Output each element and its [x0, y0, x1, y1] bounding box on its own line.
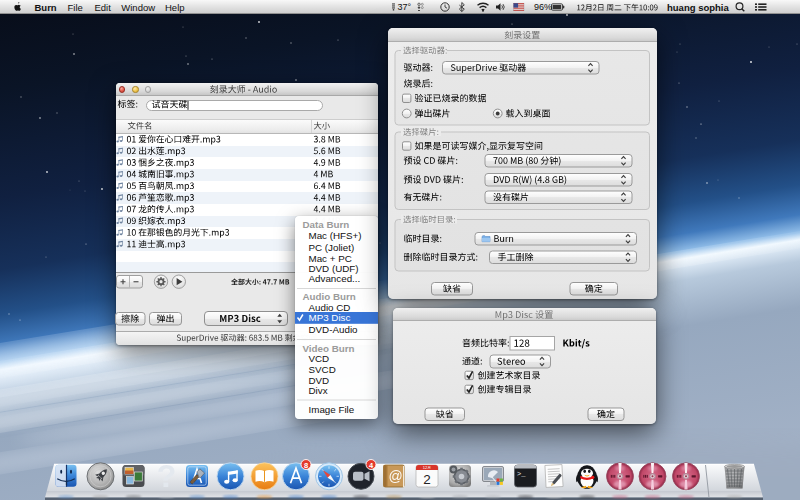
svg-text:2: 2 [423, 472, 431, 487]
svg-text:8: 8 [304, 461, 308, 470]
svg-text:?: ? [157, 458, 177, 494]
svg-text:12月: 12月 [423, 465, 431, 470]
svg-text:@: @ [388, 468, 402, 484]
svg-text:>_: >_ [517, 470, 526, 478]
